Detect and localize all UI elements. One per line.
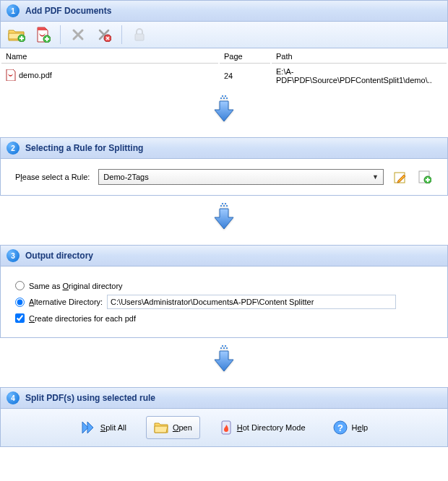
arrow-down-icon (0, 88, 448, 137)
create-dirs-checkbox[interactable] (15, 313, 25, 323)
file-page: 24 (220, 65, 270, 87)
svg-rect-5 (225, 95, 226, 97)
step1-header: 1 Add PDF Documents (0, 0, 448, 22)
pdf-file-icon: demo.pdf (6, 69, 52, 81)
step3-title: Output directory (25, 251, 93, 261)
step4-header: 4 Split PDF(s) using selected rule (0, 387, 448, 409)
open-button[interactable]: Open (146, 416, 200, 439)
hot-icon (220, 420, 233, 436)
step2-body: Please select a Rule: Demo-2Tags ▼ (0, 159, 448, 196)
play-icon (80, 420, 96, 436)
step1-toolbar (0, 22, 448, 48)
svg-rect-19 (220, 347, 222, 349)
file-path: E:\A-PDF\PDF\Source\PDFContentSplit1\dem… (272, 65, 447, 87)
file-name: demo.pdf (19, 71, 52, 79)
lock-button[interactable] (128, 25, 151, 45)
svg-text:?: ? (337, 422, 343, 433)
toolbar-separator (60, 25, 61, 44)
edit-rule-button[interactable] (392, 169, 408, 185)
alt-dir-input[interactable] (107, 295, 396, 309)
step1-title: Add PDF Documents (25, 6, 111, 16)
rule-selected: Demo-2Tags (103, 173, 148, 181)
svg-rect-6 (220, 98, 222, 99)
documents-table: Name Page Path demo.pdf 24 E:\A-PDF\PDF\… (0, 48, 448, 88)
rule-select[interactable]: Demo-2Tags ▼ (98, 169, 384, 185)
help-button[interactable]: ? Help (325, 415, 376, 440)
step1-badge: 1 (7, 4, 20, 17)
svg-rect-14 (220, 205, 222, 207)
col-path[interactable]: Path (272, 50, 447, 64)
toolbar-separator (121, 25, 122, 44)
action-bar: Split All Open Hot Directory Mode ? Help (0, 409, 448, 447)
svg-rect-18 (225, 345, 226, 347)
step2-title: Selecting a Rule for Splitting (25, 143, 143, 153)
step4-badge: 4 (7, 391, 20, 404)
step2-badge: 2 (7, 142, 20, 155)
svg-rect-20 (223, 347, 225, 349)
svg-rect-15 (223, 205, 225, 207)
step3-body: Same as Original directory Alternative D… (0, 266, 448, 338)
add-pdf-button[interactable] (31, 25, 54, 45)
svg-rect-12 (222, 203, 223, 204)
chevron-down-icon: ▼ (372, 173, 379, 181)
add-folder-button[interactable] (5, 25, 28, 45)
svg-rect-7 (223, 98, 225, 99)
help-icon: ? (333, 420, 348, 435)
step3-badge: 3 (7, 249, 20, 262)
hot-directory-button[interactable]: Hot Directory Mode (212, 415, 314, 441)
same-dir-radio[interactable] (15, 281, 25, 290)
step2-header: 2 Selecting a Rule for Splitting (0, 137, 448, 159)
step4-title: Split PDF(s) using selected rule (25, 393, 155, 403)
delete-all-button[interactable] (92, 25, 116, 45)
alt-dir-label[interactable]: Alternative Directory: (29, 298, 103, 306)
svg-rect-16 (226, 205, 228, 207)
col-page[interactable]: Page (220, 50, 270, 64)
same-dir-label[interactable]: Same as Original directory (29, 282, 123, 290)
svg-rect-8 (226, 98, 228, 99)
table-row[interactable]: demo.pdf 24 E:\A-PDF\PDF\Source\PDFConte… (1, 65, 447, 87)
create-dirs-label[interactable]: Create directories for each pdf (29, 314, 136, 323)
arrow-down-icon (0, 338, 448, 387)
svg-rect-4 (222, 95, 223, 97)
svg-rect-3 (135, 34, 144, 40)
delete-button[interactable] (66, 25, 90, 45)
split-all-button[interactable]: Split All (72, 415, 134, 441)
folder-open-icon (154, 421, 168, 434)
add-rule-button[interactable] (417, 169, 433, 185)
col-name[interactable]: Name (1, 50, 218, 64)
svg-rect-13 (225, 203, 226, 204)
svg-rect-21 (226, 347, 228, 349)
rule-label: Please select a Rule: (15, 173, 90, 181)
step3-header: 3 Output directory (0, 245, 448, 266)
svg-rect-17 (222, 345, 223, 347)
alt-dir-radio[interactable] (15, 298, 25, 307)
arrow-down-icon (0, 196, 448, 245)
